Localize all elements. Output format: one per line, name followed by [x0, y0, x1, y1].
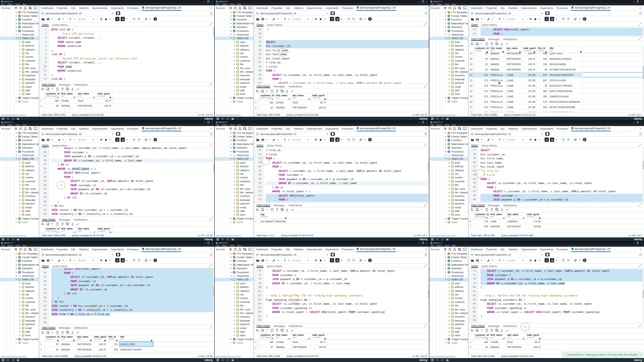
copy-icon[interactable]	[475, 208, 479, 211]
tab-dependencies[interactable]: Dependencies	[307, 7, 322, 9]
copy-table-icon[interactable]	[495, 208, 498, 211]
add-row-icon[interactable]	[256, 90, 259, 93]
grid-cell[interactable]: RUIZ	[292, 100, 311, 105]
open-file-button[interactable]	[470, 137, 474, 142]
search-icon[interactable]	[458, 127, 462, 131]
tree-item-operators[interactable]: Operators	[429, 25, 468, 29]
tree-item-category[interactable]: category	[429, 289, 468, 293]
dropdown-chevron-icon[interactable]	[109, 139, 111, 140]
dropdown-chevron-icon[interactable]	[481, 43, 482, 44]
open-file-button[interactable]	[470, 17, 474, 21]
dropdown-chevron-icon[interactable]	[266, 19, 268, 20]
taskbar-search-icon[interactable]	[7, 238, 9, 241]
commit-button[interactable]	[561, 17, 565, 21]
table-row[interactable]: 32273PRISCILLALOWE157.65847STOCK GLASS	[469, 78, 644, 83]
tab-dependents[interactable]: Dependents	[111, 7, 124, 9]
column-header-customer-id[interactable]: customer_id[PK] integer	[259, 333, 275, 339]
tab-query-history[interactable]: Query History	[52, 24, 68, 26]
tab-query[interactable]: Query	[471, 23, 478, 26]
search-icon[interactable]	[28, 127, 32, 131]
dropdown-chevron-icon[interactable]	[324, 139, 326, 140]
taskbar-folder-icon[interactable]	[17, 238, 19, 241]
dropdown-chevron-icon[interactable]	[150, 19, 151, 20]
table-row[interactable]: 187WANDAPATTERSON145.70791SHOW LORD	[39, 342, 215, 347]
tree-item-actor[interactable]: actor	[0, 161, 39, 164]
expand-panel-icon[interactable]	[209, 218, 212, 221]
tab-dependencies[interactable]: Dependencies	[307, 127, 322, 130]
tab-query-history[interactable]: Query History	[482, 24, 497, 26]
table-row[interactable]: 287WANDAPATTERSON145.70	[254, 105, 429, 110]
dropdown-chevron-icon[interactable]	[364, 260, 366, 261]
tree-horizontal-scrollbar[interactable]	[215, 235, 241, 237]
tree-item-payment[interactable]: payment	[0, 81, 39, 85]
dropdown-chevron-icon[interactable]	[556, 139, 557, 140]
tree-item-category[interactable]: category	[0, 289, 39, 293]
tree-item-staff[interactable]: staff	[215, 88, 253, 92]
tree-item-city[interactable]: city	[215, 172, 253, 175]
tree-item-customer[interactable]: customer	[0, 179, 39, 183]
tree-item-tables-15[interactable]: Tables (15)	[429, 157, 468, 161]
filter-button[interactable]	[498, 137, 502, 142]
tab-messages[interactable]: Messages	[488, 38, 500, 41]
table-row[interactable]: 2887WANDAPATTERSON145.70543MADIGAN DORAD…	[469, 56, 644, 62]
row-number-cell[interactable]: 27	[469, 51, 474, 56]
grid-cell[interactable]: 378	[107, 347, 119, 352]
explain-button[interactable]	[545, 137, 549, 142]
dropdown-chevron-icon[interactable]	[63, 19, 64, 20]
tab-data-output[interactable]: Data Output	[257, 85, 270, 88]
new-connection-button[interactable]	[545, 132, 550, 136]
stop-button[interactable]	[99, 137, 103, 142]
tree-item-materialized-views[interactable]: Materialized Views	[429, 21, 468, 25]
help-button[interactable]: ?	[153, 17, 157, 21]
menu-object[interactable]: Object	[7, 245, 13, 247]
tab-properties[interactable]: Properties	[486, 127, 497, 130]
table-row[interactable]: 33273PRISCILLALOWE157.6578BLACKOUT PRIVA…	[469, 83, 644, 88]
tree-item-procedures[interactable]: Procedures	[0, 29, 39, 33]
execute-button[interactable]	[533, 137, 537, 142]
menu-tools[interactable]: Tools	[445, 245, 449, 247]
grid-cell[interactable]: RUIZ	[506, 340, 526, 344]
chart-icon[interactable]	[76, 87, 79, 91]
tree-item-types[interactable]: Types	[429, 220, 468, 224]
save-button[interactable]	[46, 137, 50, 142]
tab-dependencies[interactable]: Dependencies	[307, 248, 322, 251]
taskbar-folder-icon[interactable]	[446, 238, 449, 241]
minimize-button[interactable]	[204, 243, 205, 243]
menu-help[interactable]: Help	[237, 3, 241, 5]
tree-item-actor[interactable]: actor	[429, 40, 468, 44]
grid-corner-cell[interactable]	[254, 94, 259, 100]
tab-query[interactable]: Query	[257, 144, 263, 147]
tab-statistics[interactable]: Statistics	[294, 7, 303, 9]
expand-panel-icon[interactable]	[424, 23, 427, 26]
dropdown-chevron-icon[interactable]	[112, 134, 113, 135]
menu-tools[interactable]: Tools	[445, 3, 449, 5]
grid-cell[interactable]: MADIGAN DORADO	[548, 56, 583, 61]
tab-sql[interactable]: SQL	[71, 7, 76, 9]
tree-item-address[interactable]: address	[0, 285, 39, 289]
tree-item-sequences[interactable]: 1.3Sequences	[429, 33, 468, 36]
tree-item-rental[interactable]: rental	[0, 206, 39, 209]
tree-item-address[interactable]: address	[0, 44, 39, 48]
execute-button[interactable]	[533, 17, 537, 21]
tree-item-procedures[interactable]: Procedures	[429, 29, 468, 33]
tab-data-output[interactable]: Data Output	[42, 326, 55, 329]
paste-icon[interactable]	[485, 42, 488, 45]
dropdown-chevron-icon[interactable]	[503, 139, 504, 140]
layers-icon[interactable]	[14, 127, 18, 130]
new-connection-button[interactable]	[331, 11, 335, 15]
tree-item-city[interactable]: city	[215, 51, 253, 55]
explain-button[interactable]	[115, 258, 119, 262]
column-header-total-spent[interactable]: total_spentnumeric	[97, 92, 113, 98]
maximize-button[interactable]	[208, 121, 210, 123]
stop-button[interactable]	[314, 137, 318, 142]
grid-cell[interactable]: 543	[537, 56, 548, 61]
tree-item-customer[interactable]: customer	[429, 59, 468, 62]
column-header-customer-id[interactable]: customer_id[PK] integer	[474, 213, 489, 219]
sql-code[interactable]: */ SELECThsc.customer_id,hsc.first_name,…	[263, 27, 429, 83]
macros-button[interactable]	[359, 258, 363, 262]
grid-cell[interactable]: ATTRACTION NEWTON	[548, 67, 583, 72]
grid-cell[interactable]: 184	[259, 340, 275, 344]
tree-item-types[interactable]: Types	[429, 100, 468, 103]
tree-item-trigger-functions[interactable]: Trigger Functions	[429, 96, 468, 100]
tree-item-payment[interactable]: payment	[429, 322, 468, 326]
